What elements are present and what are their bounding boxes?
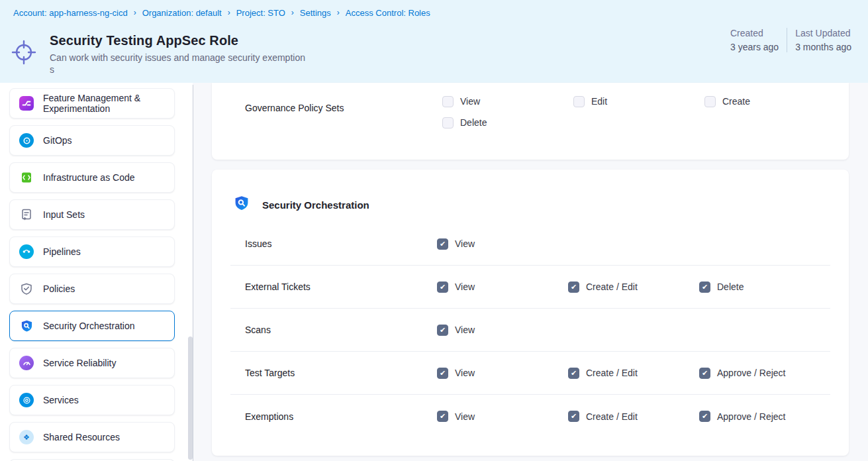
- sidebar-item-label: Services: [43, 395, 79, 405]
- permission-view: View: [442, 96, 573, 107]
- permission-create-edit: Create / Edit: [568, 368, 699, 379]
- permission-view: View: [437, 325, 568, 336]
- pipelines-icon: [19, 244, 34, 260]
- permission-label: Create / Edit: [586, 411, 638, 422]
- resource-type-label: Test Targets: [245, 368, 437, 378]
- services-icon: [19, 392, 34, 408]
- breadcrumb-separator-icon: ›: [291, 8, 294, 17]
- sidebar-item-service-reliability[interactable]: Service Reliability: [9, 348, 175, 378]
- infrastructure-as-code-icon: [19, 170, 34, 185]
- permission-create-edit: Create / Edit: [568, 411, 699, 422]
- permission-delete: Delete: [699, 282, 830, 293]
- created-value: 3 years ago: [730, 42, 779, 52]
- resource-type-label: Exemptions: [245, 411, 437, 422]
- approve-reject-checkbox[interactable]: [699, 368, 710, 379]
- gitops-icon: [19, 132, 34, 148]
- permission-label: Delete: [460, 117, 487, 128]
- create-edit-checkbox[interactable]: [568, 282, 579, 293]
- approve-reject-checkbox[interactable]: [699, 411, 710, 422]
- permission-label: Approve / Reject: [717, 411, 786, 422]
- view-checkbox[interactable]: [437, 282, 448, 293]
- breadcrumb-account[interactable]: Account: app-harness-ng-cicd: [13, 8, 128, 18]
- governance-policy-sets-card: Governance Policy Sets View Edit Create …: [212, 83, 849, 160]
- meta-divider: [787, 28, 787, 52]
- permission-label: Create: [722, 96, 750, 107]
- breadcrumb: Account: app-harness-ng-cicd › Organizat…: [13, 8, 430, 18]
- policies-icon: [19, 281, 34, 297]
- permission-row-external-tickets: External Tickets View Create / Edit Dele…: [230, 266, 830, 309]
- permission-approve-reject: Approve / Reject: [699, 368, 830, 379]
- sidebar-item-pipelines[interactable]: Pipelines: [9, 236, 175, 267]
- view-checkbox[interactable]: [437, 411, 448, 422]
- view-checkbox[interactable]: [437, 325, 448, 336]
- permission-approve-reject: Approve / Reject: [699, 411, 830, 422]
- security-orchestration-card: Security Orchestration Issues View Exter…: [212, 170, 849, 456]
- input-sets-icon: [19, 207, 34, 223]
- permission-label: View: [460, 96, 480, 107]
- breadcrumb-project[interactable]: Project: STO: [236, 8, 285, 18]
- sidebar-item-label: Input Sets: [43, 209, 85, 220]
- breadcrumb-separator-icon: ›: [134, 8, 136, 17]
- permission-cells: View: [437, 325, 830, 336]
- permission-label: Edit: [591, 96, 607, 107]
- permission-label: View: [455, 325, 475, 335]
- resource-type-label: Governance Policy Sets: [212, 83, 442, 160]
- sidebar-item-infrastructure-as-code[interactable]: Infrastructure as Code: [9, 162, 175, 193]
- last-updated-value: 3 months ago: [795, 42, 851, 52]
- permission-label: View: [455, 411, 475, 422]
- permission-cells: View Create / Edit Delete: [437, 282, 830, 293]
- permission-row-scans: Scans View: [230, 309, 830, 352]
- create-edit-checkbox[interactable]: [568, 411, 579, 422]
- shared-resources-icon: ❖: [19, 429, 34, 445]
- sidebar-item-gitops[interactable]: GitOps: [9, 125, 175, 156]
- edit-checkbox[interactable]: [573, 96, 585, 107]
- content-area: Feature Management & Experimentation Git…: [0, 83, 868, 461]
- permission-delete: Delete: [442, 117, 573, 128]
- breadcrumb-access-control-roles[interactable]: Access Control: Roles: [346, 8, 430, 18]
- permission-label: View: [455, 368, 475, 378]
- security-orchestration-shield-icon: [233, 195, 250, 215]
- permission-label: Delete: [717, 282, 744, 292]
- section-header: Security Orchestration: [212, 170, 849, 223]
- sidebar-item-shared-resources[interactable]: ❖ Shared Resources: [9, 422, 175, 452]
- permission-view: View: [437, 282, 568, 293]
- permission-cells: View: [437, 238, 830, 250]
- page-header-band: Account: app-harness-ng-cicd › Organizat…: [0, 0, 868, 83]
- sidebar-item-input-sets[interactable]: Input Sets: [9, 199, 175, 230]
- permission-row-issues: Issues View: [230, 223, 830, 266]
- permission-label: Approve / Reject: [717, 368, 786, 378]
- resource-category-sidebar: Feature Management & Experimentation Git…: [9, 88, 175, 461]
- sidebar-item-feature-management[interactable]: Feature Management & Experimentation: [9, 88, 175, 119]
- sidebar-item-label: Pipelines: [43, 246, 81, 257]
- create-edit-checkbox[interactable]: [568, 368, 579, 379]
- view-checkbox[interactable]: [442, 96, 454, 107]
- delete-checkbox[interactable]: [699, 282, 710, 293]
- service-reliability-icon: [19, 355, 34, 371]
- create-checkbox[interactable]: [704, 96, 716, 107]
- view-checkbox[interactable]: [437, 238, 448, 250]
- permission-create: Create: [704, 96, 836, 107]
- sidebar-scrollbar-thumb[interactable]: [188, 336, 193, 460]
- sidebar-item-policies[interactable]: Policies: [9, 274, 175, 304]
- section-title: Security Orchestration: [262, 199, 369, 211]
- resource-type-label: External Tickets: [245, 282, 437, 292]
- permission-view: View: [437, 368, 568, 379]
- permission-view: View: [437, 411, 568, 422]
- sidebar-item-label: Service Reliability: [43, 358, 116, 368]
- sidebar-scrollbar-track[interactable]: [193, 85, 193, 461]
- sidebar-item-label: Infrastructure as Code: [43, 172, 135, 183]
- sidebar-item-security-orchestration[interactable]: Security Orchestration: [9, 311, 175, 341]
- resource-type-label: Issues: [245, 238, 437, 249]
- permission-cells: View Create / Edit Approve / Reject: [437, 368, 830, 379]
- breadcrumb-organization[interactable]: Organization: default: [142, 8, 222, 18]
- permission-label: View: [455, 282, 475, 292]
- sidebar-item-label: Shared Resources: [43, 432, 120, 442]
- view-checkbox[interactable]: [437, 368, 448, 379]
- delete-checkbox[interactable]: [442, 117, 454, 128]
- breadcrumb-settings[interactable]: Settings: [300, 8, 331, 18]
- sidebar-item-services[interactable]: Services: [9, 385, 175, 415]
- permission-create-edit: Create / Edit: [568, 282, 699, 293]
- governance-permissions: View Edit Create Delete: [442, 94, 836, 160]
- permission-view: View: [437, 238, 568, 250]
- sidebar-item-label: GitOps: [43, 135, 72, 146]
